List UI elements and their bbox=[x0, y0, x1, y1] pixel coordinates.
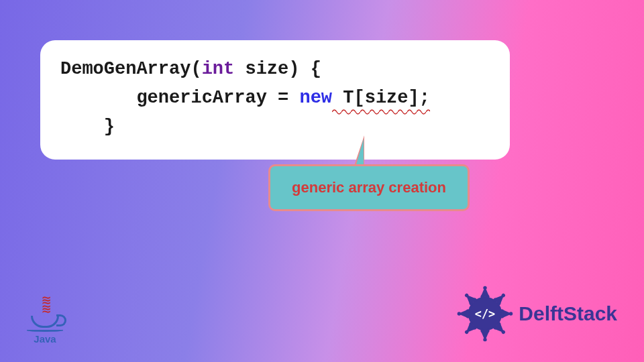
java-steam-icon: ≋≋ bbox=[24, 297, 66, 314]
error-callout: generic array creation bbox=[268, 164, 470, 211]
code-line-3: } bbox=[60, 113, 490, 141]
java-cup-icon bbox=[31, 316, 59, 328]
delftstack-logo: </> DelftStack bbox=[457, 286, 617, 342]
keyword-new: new bbox=[299, 88, 332, 108]
code-text: genericArray = bbox=[60, 88, 299, 108]
callout-text: generic array creation bbox=[292, 179, 446, 196]
code-text: size) { bbox=[234, 59, 321, 79]
code-text: DemoGenArray( bbox=[60, 59, 202, 79]
code-line-1: DemoGenArray(int size) { bbox=[60, 55, 490, 84]
code-snippet-card: DemoGenArray(int size) { genericArray = … bbox=[40, 40, 510, 160]
delftstack-label: DelftStack bbox=[519, 302, 617, 325]
code-glyph-icon: </> bbox=[475, 307, 495, 320]
java-saucer-icon bbox=[27, 329, 63, 332]
keyword-type: int bbox=[202, 59, 235, 79]
error-span: T[size]; bbox=[332, 84, 430, 113]
java-label: Java bbox=[24, 333, 66, 345]
java-logo: ≋≋ Java bbox=[24, 297, 66, 345]
svg-point-1 bbox=[484, 286, 487, 290]
delftstack-medallion-icon: </> bbox=[457, 286, 513, 342]
code-line-2: genericArray = new T[size]; bbox=[60, 84, 490, 113]
